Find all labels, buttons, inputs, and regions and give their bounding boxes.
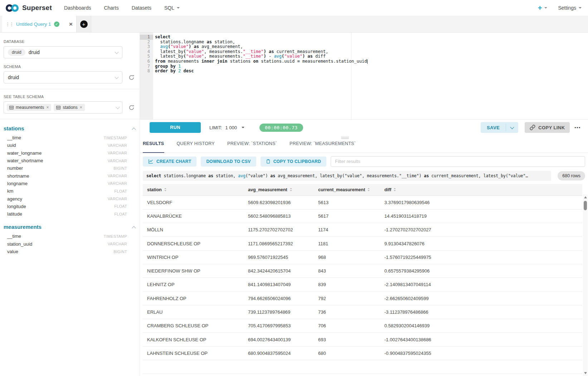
tab-preview-stations[interactable]: PREVIEW: `STATIONS` [227, 141, 277, 153]
table-cell: -2.662650602409599 [380, 296, 582, 301]
table-schema-label: SEE TABLE SCHEMA [4, 95, 136, 99]
table-schema-select[interactable]: measurements×stations× [4, 101, 122, 114]
table-cell: 680.9004837595024 [244, 351, 314, 356]
table-row[interactable]: MÖLLN1175.27027027027021174-1.2702702702… [143, 223, 582, 237]
column-type: VARCHAR [108, 242, 127, 246]
table-row[interactable]: KANALBRÜCKE5602.548096885813561714.45190… [143, 209, 582, 223]
tab-drag-handle-icon[interactable]: ⋮⋮ [5, 21, 13, 27]
filter-results-input[interactable] [331, 156, 585, 167]
table-chip-label: stations [63, 105, 77, 110]
query-timer-badge: 00:00:00.73 [259, 124, 303, 132]
column-type: BIGINT [113, 250, 127, 254]
table-row[interactable]: CRAMBERG SCHLEUSE OP705.4170697995853706… [143, 319, 582, 333]
database-select[interactable]: druid druid [4, 46, 122, 58]
save-dropdown-toggle[interactable] [506, 122, 518, 133]
query-tab[interactable]: ⋮⋮ Untitled Query 1 ✓ × [2, 16, 76, 32]
column-name: __time [7, 135, 21, 140]
sql-token: , measurements. [204, 54, 243, 59]
table-cell: 706 [314, 323, 380, 328]
create-chart-button[interactable]: CREATE CHART [143, 156, 196, 167]
nav-item-label: SQL [164, 5, 174, 11]
table-row[interactable]: VELSDORF5609.62309820193656133.376901798… [143, 196, 582, 209]
sort-icon[interactable] [164, 188, 166, 191]
copy-clipboard-button[interactable]: COPY TO CLIPBOARD [261, 156, 326, 167]
sql-token: "value" [186, 49, 204, 54]
caret-down-icon [579, 7, 582, 10]
brand[interactable]: Superset [5, 3, 52, 13]
table-row[interactable]: WINTRICH OP969.576071922545968-1.5760719… [143, 251, 582, 264]
table-row[interactable]: KALKOFEN SCHLEUSE OP694.0027643400139693… [143, 333, 582, 346]
sql-token: "value" [186, 54, 204, 59]
sql-token: as [424, 173, 429, 178]
sql-token: as [269, 49, 274, 54]
column-row: shortnameVARCHAR [0, 172, 140, 179]
scroll-thumb[interactable] [584, 201, 587, 210]
column-row: kmFLOAT [0, 187, 140, 195]
table-row[interactable]: LEHNITZ OP841.1409813407049839-2.1409813… [143, 278, 582, 291]
chip-close-icon[interactable]: × [80, 105, 82, 110]
copy-link-button[interactable]: COPY LINK [525, 122, 570, 133]
column-header-diff[interactable]: diff [380, 187, 582, 192]
table-section-header-measurements[interactable]: measurements [4, 224, 135, 230]
scroll-down-icon[interactable] [584, 372, 587, 374]
resize-handle[interactable] [341, 136, 349, 140]
settings-menu[interactable]: Settings [558, 5, 582, 11]
table-cell: KALKOFEN SCHLEUSE OP [143, 337, 244, 342]
tab-close-icon[interactable]: × [69, 21, 73, 27]
add-tab-button[interactable]: + [80, 20, 88, 28]
download-csv-button[interactable]: DOWNLOAD TO CSV [201, 156, 256, 167]
column-row: valueBIGINT [0, 248, 140, 255]
table-chip-measurements[interactable]: measurements× [7, 104, 51, 111]
table-chip-stations[interactable]: stations× [54, 104, 84, 111]
table-row[interactable]: LAHNSTEIN SCHLEUSE OP680.900483759502468… [143, 347, 582, 360]
schema-select[interactable]: druid [4, 71, 122, 83]
query-preview-bar: select stations.longname as station, avg… [143, 171, 551, 181]
code-line: 2 stations.longname as station, [140, 40, 588, 45]
more-options-button[interactable]: ••• [574, 125, 581, 130]
nav-item-sql[interactable]: SQL [164, 5, 180, 11]
tab-preview-measurements[interactable]: PREVIEW: `MEASUREMENTS` [290, 141, 356, 153]
results-scrollbar[interactable] [583, 194, 588, 376]
scroll-up-icon[interactable] [584, 196, 587, 198]
results-table: stationavg_measurementcurrent_measuremen… [143, 184, 582, 374]
nav-item-dashboards[interactable]: Dashboards [64, 5, 91, 11]
column-header-station[interactable]: station [143, 187, 244, 192]
column-header-current_measurement[interactable]: current_measurement [314, 187, 380, 192]
sql-token: as [194, 44, 199, 49]
sql-token: group by [155, 64, 176, 69]
nav-item-datasets[interactable]: Datasets [132, 5, 151, 11]
table-section-header-stations[interactable]: stations [4, 125, 135, 131]
tab-results[interactable]: RESULTS [143, 141, 164, 153]
code-line: 5 latest_by("value", measurements."__tim… [140, 54, 588, 59]
line-number: 7 [140, 64, 153, 69]
sql-token: avg [238, 173, 246, 178]
nav-item-charts[interactable]: Charts [104, 5, 118, 11]
sql-token: order by [155, 68, 176, 73]
column-type: VARCHAR [108, 143, 127, 148]
sort-icon[interactable] [290, 188, 292, 191]
save-button[interactable]: SAVE [481, 122, 506, 133]
column-header-avg_measurement[interactable]: avg_measurement [244, 187, 314, 192]
new-item-menu[interactable]: + [538, 4, 548, 12]
limit-dropdown[interactable]: LIMIT: 1 000 [209, 125, 244, 130]
table-cell: -2.1409813407049114 [380, 282, 582, 287]
tab-query-history[interactable]: QUERY HISTORY [177, 141, 215, 153]
table-cell: 5609.623098201936 [244, 200, 314, 205]
sql-token: measurements.station_uuid [300, 59, 367, 64]
sql-editor[interactable]: 1select2 stations.longname as station,3 … [140, 33, 588, 120]
chip-close-icon[interactable]: × [46, 105, 49, 110]
sort-icon[interactable] [394, 188, 396, 191]
copy-link-label: COPY LINK [538, 125, 565, 130]
table-row[interactable]: ERLAU739.1123789764869736-3.112378976486… [143, 305, 582, 319]
settings-label: Settings [558, 5, 576, 11]
table-row[interactable]: NIEDERFINOW SHW OP842.34244206157048430.… [143, 264, 582, 278]
run-button[interactable]: RUN [150, 122, 201, 133]
sort-icon[interactable] [368, 188, 370, 191]
schema-refresh-button[interactable] [127, 74, 136, 81]
tables-refresh-button[interactable] [127, 105, 136, 111]
sql-token: stations.longname [155, 39, 207, 44]
table-cell: 736 [314, 309, 380, 315]
table-row[interactable]: FAHRENHOLZ OP794.6626506024096792-2.6626… [143, 292, 582, 305]
table-row[interactable]: DONNERSCHLEUSE OP1171.086956521739211819… [143, 237, 582, 250]
table-cell: -0.9004837595024355 [380, 351, 582, 356]
